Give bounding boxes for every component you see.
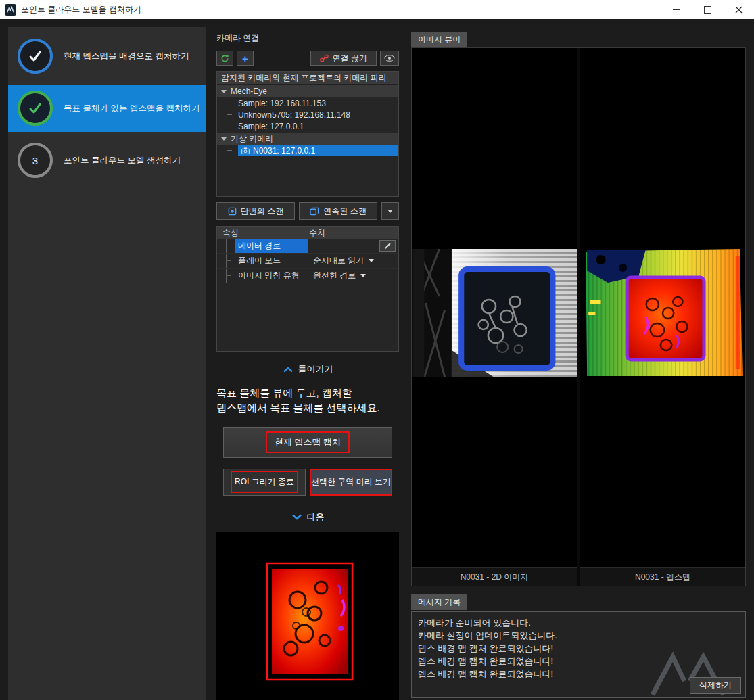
camera-list[interactable]: 감지된 카메라와 현재 프로젝트의 카메라 파라 Mech-Eye Sample… <box>216 71 399 197</box>
message-log-section: 메시지 기록 카메라가 준비되어 있습니다. 카메라 설정이 업데이트되었습니다… <box>411 594 746 698</box>
property-name-play-mode: 플레이 모드 <box>235 254 308 268</box>
refresh-button[interactable] <box>216 51 233 66</box>
step-1-done-icon <box>18 39 53 74</box>
table-row-play-mode[interactable]: 플레이 모드 순서대로 읽기 <box>217 254 398 269</box>
steps-sidebar: 현재 뎁스맵을 배경으로 캡처하기 목표 물체가 있는 뎁스맵을 캡처하기 3 … <box>8 27 206 700</box>
step-2-done-icon <box>18 91 53 126</box>
minimize-icon <box>673 9 680 10</box>
preview-button-label: 선택한 구역 미리 보기 <box>311 476 391 488</box>
add-camera-button[interactable]: + <box>237 51 254 66</box>
step-3-generate-model[interactable]: 3 포인트 클라우드 모델 생성하기 <box>8 137 206 184</box>
roi-button-label: ROI 그리기 종료 <box>231 471 298 493</box>
tree-branch <box>226 269 233 283</box>
disconnect-button[interactable]: 연결 끊기 <box>310 51 377 66</box>
roi-preview-image <box>216 532 399 700</box>
maximize-icon <box>704 6 711 14</box>
camera-item-label: Unknown5705: 192.168.11.148 <box>238 110 350 120</box>
dropdown-arrow-icon <box>360 274 366 277</box>
step-3-label: 포인트 클라우드 모델 생성하기 <box>64 155 181 166</box>
refresh-icon <box>220 54 229 63</box>
play-mode-select[interactable]: 순서대로 읽기 <box>308 254 398 268</box>
step-3-number-badge: 3 <box>18 143 53 178</box>
caption-depth-map: N0031 - 뎁스맵 <box>580 567 745 586</box>
preview-selected-area-button[interactable]: 선택한 구역 미리 보기 <box>310 469 392 496</box>
camera-icon <box>241 147 250 154</box>
camera-item-selected[interactable]: N0031: 127.0.0.1 <box>217 145 398 156</box>
table-row-image-name-type[interactable]: 이미지 명칭 유형 완전한 경로 <box>217 269 398 283</box>
selected-camera[interactable]: N0031: 127.0.0.1 <box>238 145 398 156</box>
image-viewer-tab[interactable]: 이미지 뷰어 <box>411 32 467 47</box>
property-table[interactable]: 속성 수치 데이터 경로 <box>216 226 399 352</box>
close-button[interactable] <box>723 0 754 19</box>
collapse-section-link[interactable]: 들어가기 <box>216 363 399 375</box>
selected-camera-label: N0031: 127.0.0.1 <box>253 146 315 156</box>
log-message: 카메라 설정이 업데이트되었습니다. <box>418 629 739 642</box>
message-log[interactable]: 카메라가 준비되어 있습니다. 카메라 설정이 업데이트되었습니다. 뎁스 배경… <box>411 611 746 698</box>
chevron-down-icon <box>291 514 302 520</box>
camera-item[interactable]: Unknown5705: 192.168.11.148 <box>217 109 398 120</box>
minimize-button[interactable] <box>661 0 692 19</box>
expander-icon[interactable] <box>221 137 227 141</box>
step-2-capture-target[interactable]: 목표 물체가 있는 뎁스맵을 캡처하기 <box>8 85 206 132</box>
viewer-panel-2d[interactable]: N0031 - 2D 이미지 <box>412 48 577 586</box>
camera-item[interactable]: Sample: 192.168.11.153 <box>217 97 398 109</box>
message-log-tab[interactable]: 메시지 기록 <box>411 594 467 610</box>
step-1-label: 현재 뎁스맵을 배경으로 캡처하기 <box>64 51 189 62</box>
delete-log-button[interactable]: 삭제하기 <box>690 677 741 694</box>
plus-icon: + <box>242 53 248 64</box>
single-scan-button[interactable]: 단번의 스캔 <box>216 202 295 220</box>
camera-list-header: 감지된 카메라와 현재 프로젝트의 카메라 파라 <box>217 72 398 85</box>
tree-branch <box>227 109 235 120</box>
tree-branch <box>227 145 235 156</box>
property-column-header: 속성 <box>217 227 304 239</box>
dropdown-arrow-icon <box>369 259 374 262</box>
image-2d[interactable] <box>412 48 577 567</box>
scan-options-dropdown[interactable] <box>381 202 399 220</box>
main-content: 현재 뎁스맵을 배경으로 캡처하기 목표 물체가 있는 뎁스맵을 캡처하기 3 … <box>0 19 754 700</box>
step-3-number: 3 <box>32 155 38 166</box>
table-row-data-path[interactable]: 데이터 경로 <box>217 239 398 254</box>
property-table-header: 속성 수치 <box>217 227 398 239</box>
tree-group-mech-eye[interactable]: Mech-Eye <box>217 85 398 97</box>
scan-buttons-row: 단번의 스캔 연속된 스캔 <box>216 202 399 220</box>
tree-branch <box>226 239 233 253</box>
camera-panel: 카메라 연결 + 연결 끊기 감지된 카메라와 현재 프로젝트의 카메라 파라 <box>216 32 399 700</box>
edit-path-button[interactable] <box>379 240 396 252</box>
single-scan-label: 단번의 스캔 <box>241 206 283 217</box>
eye-view-button[interactable] <box>380 51 399 66</box>
disconnect-icon <box>320 54 329 62</box>
chevron-down-icon <box>387 210 393 213</box>
value-column-header: 수치 <box>304 227 398 239</box>
image-name-type-value: 완전한 경로 <box>313 270 356 281</box>
end-roi-drawing-button[interactable]: ROI 그리기 종료 <box>223 469 306 496</box>
tree-branch <box>227 120 235 132</box>
next-section-link[interactable]: 다음 <box>216 511 399 523</box>
camera-item[interactable]: Sample: 127.0.0.1 <box>217 120 398 132</box>
continuous-scan-button[interactable]: 연속된 스캔 <box>299 202 377 220</box>
tree-branch <box>227 97 235 109</box>
camera-toolbar: + 연결 끊기 <box>216 51 399 66</box>
image-depth-map[interactable] <box>580 48 745 567</box>
continuous-scan-icon <box>310 207 319 216</box>
image-viewer: N0031 - 2D 이미지 <box>411 47 746 586</box>
viewer-panel-depth[interactable]: N0031 - 뎁스맵 <box>580 48 745 586</box>
maximize-button[interactable] <box>692 0 723 19</box>
tree-group-virtual-camera[interactable]: 가상 카메라 <box>217 133 398 145</box>
property-name-data-path[interactable]: 데이터 경로 <box>235 239 308 253</box>
image-name-type-select[interactable]: 완전한 경로 <box>308 269 398 283</box>
expander-icon[interactable] <box>221 90 227 93</box>
window-title: 포인트 클라우드 모델을 캡처하기 <box>21 4 141 16</box>
instruction-line-2: 뎁스맵에서 목표 물체를 선택하세요. <box>216 400 399 415</box>
eye-icon <box>384 55 395 62</box>
titlebar: 포인트 클라우드 모델을 캡처하기 <box>0 0 754 19</box>
step-1-capture-background[interactable]: 현재 뎁스맵을 배경으로 캡처하기 <box>8 32 206 80</box>
viewer-panel: 이미지 뷰어 <box>411 32 746 698</box>
tree-branch <box>226 254 233 268</box>
close-icon <box>735 6 743 14</box>
roi-buttons-row: ROI 그리기 종료 선택한 구역 미리 보기 <box>223 469 392 496</box>
caption-2d-image: N0031 - 2D 이미지 <box>412 567 577 586</box>
capture-depth-map-button[interactable]: 현재 뎁스맵 캡처 <box>223 427 392 458</box>
chevron-up-icon <box>283 367 293 373</box>
log-message: 카메라가 준비되어 있습니다. <box>418 616 739 629</box>
collapse-label: 들어가기 <box>298 363 333 375</box>
